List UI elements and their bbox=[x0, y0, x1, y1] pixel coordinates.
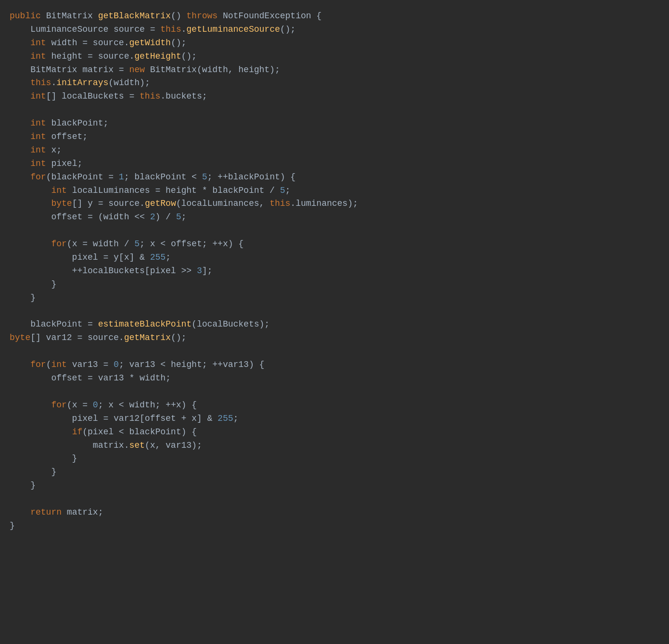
code-line-2: LuminanceSource source = this.getLuminan… bbox=[0, 23, 669, 37]
code-container: public BitMatrix getBlackMatrix() throws… bbox=[0, 0, 669, 644]
code-line-34: } bbox=[0, 452, 669, 466]
code-line-9: int blackPoint; bbox=[0, 117, 669, 130]
code-line-27: for(int var13 = 0; var13 < height; ++var… bbox=[0, 358, 669, 372]
code-line-38: return matrix; bbox=[0, 506, 669, 519]
code-line-7: int[] localBuckets = this.buckets; bbox=[0, 90, 669, 103]
code-line-3: int width = source.getWidth(); bbox=[0, 37, 669, 50]
code-line-24: blackPoint = estimateBlackPoint(localBuc… bbox=[0, 318, 669, 331]
code-line-16: offset = (width << 2) / 5; bbox=[0, 211, 669, 224]
code-line-31: pixel = var12[offset + x] & 255; bbox=[0, 412, 669, 426]
code-line-32: if(pixel < blackPoint) { bbox=[0, 426, 669, 439]
code-line-30: for(x = 0; x < width; ++x) { bbox=[0, 399, 669, 412]
code-line-5: BitMatrix matrix = new BitMatrix(width, … bbox=[0, 63, 669, 77]
keyword-public: public bbox=[10, 10, 41, 23]
code-line-22: } bbox=[0, 291, 669, 305]
code-line-26 bbox=[0, 345, 669, 358]
code-line-33: matrix.set(x, var13); bbox=[0, 439, 669, 453]
code-line-6: this.initArrays(width); bbox=[0, 76, 669, 90]
code-line-25: byte[] var12 = source.getMatrix(); bbox=[0, 331, 669, 345]
code-line-12: int pixel; bbox=[0, 157, 669, 171]
code-line-19: pixel = y[x] & 255; bbox=[0, 251, 669, 265]
code-line-23 bbox=[0, 305, 669, 318]
code-line-28: offset = var13 * width; bbox=[0, 372, 669, 385]
code-line-4: int height = source.getHeight(); bbox=[0, 50, 669, 63]
code-line-14: int localLuminances = height * blackPoin… bbox=[0, 184, 669, 198]
code-line-35: } bbox=[0, 466, 669, 479]
code-line-20: ++localBuckets[pixel >> 3]; bbox=[0, 265, 669, 278]
code-line-13: for(blackPoint = 1; blackPoint < 5; ++bl… bbox=[0, 171, 669, 184]
code-line-39: } bbox=[0, 519, 669, 533]
code-line-1: public BitMatrix getBlackMatrix() throws… bbox=[0, 10, 669, 23]
code-line-18: for(x = width / 5; x < offset; ++x) { bbox=[0, 238, 669, 251]
code-line-10: int offset; bbox=[0, 130, 669, 144]
code-line-15: byte[] y = source.getRow(localLuminances… bbox=[0, 197, 669, 211]
code-line-8 bbox=[0, 103, 669, 117]
code-line-36: } bbox=[0, 479, 669, 492]
code-line-37 bbox=[0, 492, 669, 506]
code-line-11: int x; bbox=[0, 144, 669, 157]
code-line-29 bbox=[0, 385, 669, 399]
code-line-21: } bbox=[0, 278, 669, 291]
method-name: getBlackMatrix bbox=[98, 10, 171, 23]
code-line-17 bbox=[0, 224, 669, 238]
